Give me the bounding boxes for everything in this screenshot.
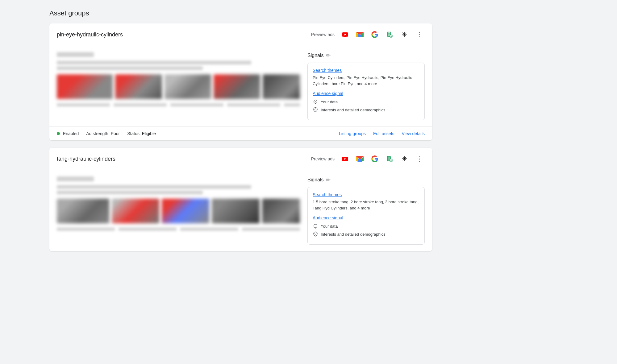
your-data-icon-2 — [313, 223, 318, 229]
more-dots-icon-2: ⋮ — [416, 155, 422, 163]
your-data-label-2: Your data — [321, 224, 338, 229]
edit-assets-link-1[interactable]: Edit assets — [373, 131, 394, 136]
search-themes-value-1: Pin Eye Cylinders, Pin Eye Hydraulic, Pi… — [313, 75, 419, 87]
youtube-button-1[interactable] — [340, 29, 351, 40]
group-name-2: tang-hydraulic-cylinders — [57, 156, 115, 162]
ad-strength-1: Ad strength: Poor — [86, 131, 120, 136]
svg-text:$: $ — [390, 35, 392, 38]
signals-box-1: Search themes Pin Eye Cylinders, Pin Eye… — [307, 63, 425, 120]
signals-panel-1: Signals ✏ Search themes Pin Eye Cylinder… — [307, 52, 425, 120]
card-footer-1: Enabled Ad strength: Poor Status: Eligib… — [49, 127, 432, 140]
svg-point-17 — [315, 233, 316, 234]
more-dots-icon-1: ⋮ — [416, 31, 422, 38]
card-body-2: Signals ✏ Search themes 1.5 bore stroke … — [49, 170, 432, 251]
interests-label-1: Interests and detailed demographics — [321, 108, 386, 112]
group-name-1: pin-eye-hydraulic-cylinders — [57, 31, 123, 38]
caption-4-2 — [242, 228, 300, 231]
interests-item-2: Interests and detailed demographics — [313, 231, 419, 237]
sheets-icon-1: $ — [386, 31, 393, 38]
spark-icon-1: ✳ — [402, 31, 407, 39]
gmail-button-2[interactable] — [354, 153, 365, 164]
sheets-button-2[interactable]: $ — [384, 153, 395, 164]
gmail-button-1[interactable] — [354, 29, 365, 40]
youtube-icon-2 — [341, 155, 349, 163]
caption-5-1 — [284, 103, 300, 106]
search-themes-value-2: 1.5 bore stroke tang, 2 bore stroke tang… — [313, 199, 419, 211]
preview-img1-1 — [57, 74, 113, 99]
status-label-1: Status: — [127, 131, 141, 136]
sheets-button-1[interactable]: $ — [384, 29, 395, 40]
gmail-icon-2 — [356, 156, 364, 162]
caption-4-1 — [227, 103, 280, 106]
caption-3-1 — [170, 103, 223, 106]
google-button-2[interactable] — [369, 153, 380, 164]
youtube-icon-1 — [341, 31, 349, 38]
preview-img3-2 — [162, 199, 209, 223]
your-data-item-2: Your data — [313, 223, 419, 229]
spark-icon-2: ✳ — [402, 155, 407, 163]
interests-icon-1 — [313, 107, 318, 113]
audience-signal-link-1[interactable]: Audience signal — [313, 91, 419, 96]
preview-img2-2 — [112, 199, 159, 223]
signals-panel-2: Signals ✏ Search themes 1.5 bore stroke … — [307, 176, 425, 245]
interests-label-2: Interests and detailed demographics — [321, 232, 386, 237]
signals-box-2: Search themes 1.5 bore stroke tang, 2 bo… — [307, 187, 425, 245]
preview-line1-1 — [57, 61, 251, 64]
signals-title-2: Signals — [307, 177, 323, 183]
enabled-label-1: Enabled — [63, 131, 79, 136]
your-data-icon-1 — [313, 99, 318, 105]
search-themes-link-2[interactable]: Search themes — [313, 192, 419, 197]
signals-edit-icon-2[interactable]: ✏ — [326, 176, 331, 183]
your-data-label-1: Your data — [321, 100, 338, 104]
audience-signal-link-2[interactable]: Audience signal — [313, 215, 419, 220]
status-dot-1 — [57, 132, 60, 135]
caption-2-1 — [114, 103, 167, 106]
ad-strength-label-1: Ad strength: — [86, 131, 110, 136]
search-themes-link-1[interactable]: Search themes — [313, 68, 419, 73]
spark-button-1[interactable]: ✳ — [399, 29, 410, 40]
header-actions-1: Preview ads — [311, 29, 425, 40]
signals-title-1: Signals — [307, 53, 323, 58]
caption-2-2 — [119, 228, 177, 231]
preview-img5-1 — [263, 74, 300, 99]
status-value-1: Eligible — [142, 131, 156, 136]
svg-point-8 — [315, 109, 316, 110]
preview-img4-1 — [214, 74, 260, 99]
preview-img4-2 — [212, 199, 259, 223]
footer-right-1: Listing groups Edit assets View details — [339, 131, 425, 136]
status-1: Status: Eligible — [127, 131, 156, 136]
more-menu-button-2[interactable]: ⋮ — [414, 153, 425, 164]
preview-img3-1 — [165, 74, 211, 99]
preview-line2-2 — [57, 191, 203, 194]
preview-img1-2 — [57, 199, 109, 223]
caption-row-1 — [57, 103, 300, 106]
preview-title-blur-2 — [57, 176, 94, 181]
signals-edit-icon-1[interactable]: ✏ — [326, 52, 331, 59]
card-body-1: Signals ✏ Search themes Pin Eye Cylinder… — [49, 46, 432, 127]
caption-1-2 — [57, 228, 115, 231]
listing-groups-link-1[interactable]: Listing groups — [339, 131, 366, 136]
interests-item-1: Interests and detailed demographics — [313, 107, 419, 113]
preview-ads-label-1: Preview ads — [311, 32, 335, 37]
youtube-button-2[interactable] — [340, 153, 351, 164]
google-button-1[interactable] — [369, 29, 380, 40]
signals-header-2: Signals ✏ — [307, 176, 425, 183]
preview-ads-label-2: Preview ads — [311, 156, 335, 161]
image-row-2 — [57, 199, 300, 223]
header-actions-2: Preview ads — [311, 153, 425, 164]
google-icon-2 — [371, 155, 378, 163]
preview-img2-1 — [115, 74, 162, 99]
caption-3-2 — [180, 228, 238, 231]
caption-1-1 — [57, 103, 110, 106]
asset-group-card-2: tang-hydraulic-cylinders Preview ads — [49, 148, 432, 251]
spark-button-2[interactable]: ✳ — [399, 153, 410, 164]
preview-line2-1 — [57, 66, 203, 70]
ad-strength-value-1: Poor — [111, 131, 120, 136]
card-header-1: pin-eye-hydraulic-cylinders Preview ads — [49, 23, 432, 46]
gmail-icon-1 — [356, 32, 364, 37]
your-data-item-1: Your data — [313, 99, 419, 105]
more-menu-button-1[interactable]: ⋮ — [414, 29, 425, 40]
view-details-link-1[interactable]: View details — [402, 131, 425, 136]
enabled-status-1: Enabled — [57, 131, 79, 136]
interests-icon-2 — [313, 231, 318, 237]
